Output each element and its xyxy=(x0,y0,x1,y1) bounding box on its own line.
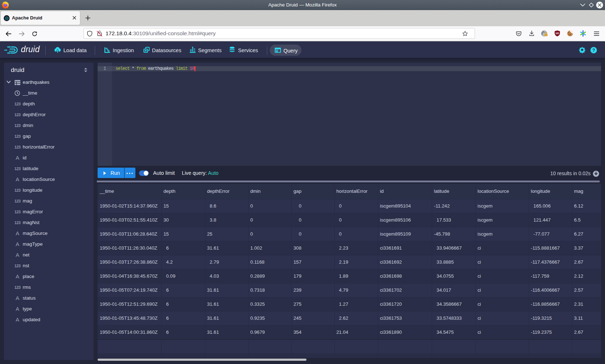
svg-text:UO: UO xyxy=(556,32,559,35)
svg-text:?: ? xyxy=(592,48,595,53)
